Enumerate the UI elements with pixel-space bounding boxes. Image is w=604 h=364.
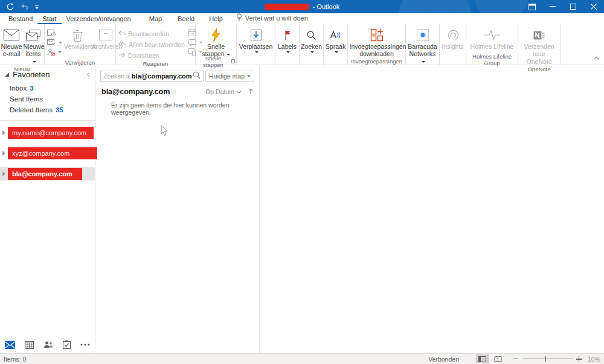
folder-sent-items[interactable]: Sent Items — [0, 94, 95, 104]
barracuda-button[interactable]: Barracuda Networks — [406, 26, 439, 65]
ribbon-group-onenote: Verzenden naar OneNote OneNote — [518, 24, 561, 65]
send-to-onenote-button[interactable]: Verzenden naar OneNote — [519, 26, 559, 65]
insights-button[interactable]: Insights — [440, 26, 466, 50]
account-row-1[interactable]: my.name@company.com — [0, 126, 95, 139]
speech-button[interactable]: Spraak — [324, 26, 347, 53]
account-expand-icon[interactable] — [2, 130, 5, 135]
account-expand-icon[interactable] — [2, 171, 5, 176]
account-row-3[interactable]: bla@company.com — [0, 167, 95, 180]
redacted-profile-name — [265, 4, 309, 10]
maximize-button[interactable] — [563, 0, 583, 13]
quick-access-toolbar — [0, 2, 39, 11]
tab-beeld[interactable]: Beeld — [173, 14, 199, 24]
archive-icon — [99, 27, 112, 43]
reply-all-button[interactable]: Allen beantwoorden — [118, 40, 185, 49]
new-email-button[interactable]: Nieuwe e-mail — [1, 26, 23, 58]
nav-calendar-icon[interactable] — [25, 341, 34, 349]
folder-deleted-items[interactable]: Deleted Items 35 — [0, 104, 95, 115]
zoom-percentage[interactable]: 10% — [588, 356, 600, 363]
new-items-label: Nieuwe items — [24, 43, 45, 57]
zoom-slider-thumb[interactable] — [545, 356, 546, 362]
forward-label: Doorsturen — [128, 52, 159, 59]
outlook-window: - Outlook Bestand Start Verzenden/ontvan… — [0, 0, 604, 364]
nav-mail-icon[interactable] — [5, 341, 15, 349]
account-expand-icon[interactable] — [2, 151, 5, 156]
new-items-icon — [26, 27, 40, 43]
speech-label: Spraak — [326, 43, 345, 50]
get-addins-button[interactable]: Invoegtoepassingen downloaden — [349, 26, 405, 58]
delete-button[interactable]: Verwijderen — [63, 26, 91, 50]
view-normal-button[interactable] — [476, 354, 489, 363]
zoom-in-button[interactable] — [576, 356, 582, 362]
sort-dropdown-icon[interactable] — [236, 88, 242, 95]
connection-status: Verbonden — [428, 356, 459, 363]
reply-button[interactable]: Beantwoorden — [118, 29, 185, 38]
holmes-lifeline-button[interactable]: Holmes Lifeline — [467, 26, 517, 50]
folder-pane: Favorieten Inbox 3 Sent Items Deleted It… — [0, 65, 95, 353]
item-count: Items: 0 — [4, 356, 26, 363]
ribbon-group-reageren: Beantwoorden Allen beantwoorden Doorstur… — [116, 24, 196, 65]
insights-label: Insights — [442, 43, 463, 50]
account-2-name: xyz@company.com — [8, 147, 97, 159]
group-label-holmes: Holmes Lifeline Group — [467, 53, 516, 66]
account-row-2[interactable]: xyz@company.com — [0, 147, 95, 160]
tab-start[interactable]: Start — [37, 14, 61, 24]
reply-all-icon — [118, 41, 126, 48]
tags-button[interactable]: Labels — [276, 26, 299, 53]
nav-more-icon[interactable] — [80, 343, 90, 346]
ribbon-group-barracuda: Barracuda Networks — [406, 24, 440, 65]
sort-by-label[interactable]: Op Datum — [205, 88, 234, 95]
tell-me-box[interactable]: Vertel wat u wilt doen — [236, 13, 308, 24]
lifeline-icon — [484, 27, 501, 43]
nav-people-icon[interactable] — [43, 341, 53, 348]
ribbon-group-verplaatsen: Verplaatsen — [237, 24, 275, 65]
search-scope-dropdown[interactable]: Huidige map — [205, 71, 254, 81]
tab-verzenden-ontvangen[interactable]: Verzenden/ontvangen — [62, 14, 136, 24]
ignore-button[interactable] — [47, 28, 62, 37]
search-icon[interactable] — [193, 71, 201, 81]
favorites-expand-icon[interactable] — [5, 72, 9, 77]
zoom-out-button[interactable] — [513, 359, 518, 360]
favorites-header[interactable]: Favorieten — [0, 65, 95, 83]
dropdown-caret-icon — [335, 51, 338, 53]
folder-pane-minimize-icon[interactable] — [86, 70, 90, 79]
zoom-slider[interactable] — [522, 359, 573, 359]
move-label: Verplaatsen — [239, 43, 272, 50]
ribbon-group-labels: Labels — [275, 24, 300, 65]
send-to-onenote-label: Verzenden naar OneNote — [524, 43, 554, 65]
find-button[interactable]: Zoeken — [300, 26, 323, 53]
close-button[interactable] — [583, 0, 604, 13]
folder-inbox[interactable]: Inbox 3 — [0, 83, 95, 94]
search-input[interactable]: Zoeken ir bla@company.com — [100, 71, 204, 81]
move-button[interactable]: Verplaatsen — [238, 26, 274, 53]
undo-icon[interactable] — [21, 3, 28, 10]
quick-steps-button[interactable]: Snelle stappen — [200, 26, 233, 58]
junk-button[interactable] — [47, 47, 62, 57]
dropdown-caret-icon — [58, 51, 62, 53]
tab-map[interactable]: Map — [144, 14, 167, 24]
holmes-lifeline-label: Holmes Lifeline — [471, 43, 514, 50]
nav-tasks-icon[interactable] — [63, 340, 71, 349]
reply-icon — [118, 30, 126, 37]
send-receive-icon[interactable] — [6, 2, 14, 11]
view-reading-button[interactable] — [492, 354, 505, 363]
tab-help[interactable]: Help — [204, 14, 228, 24]
qat-customize-icon[interactable] — [34, 4, 39, 10]
tab-bestand[interactable]: Bestand — [4, 14, 37, 24]
tell-me-label: Vertel wat u wilt doen — [245, 14, 308, 22]
folder-pane-divider — [0, 120, 95, 121]
collapse-ribbon-icon[interactable] — [594, 51, 599, 62]
reading-pane — [260, 65, 604, 353]
new-items-button[interactable]: Nieuwe items — [23, 26, 44, 65]
dropdown-caret-icon — [59, 42, 62, 43]
ribbon-display-options-button[interactable] — [522, 0, 542, 13]
cleanup-button[interactable] — [47, 37, 62, 47]
move-icon — [250, 27, 262, 43]
minimize-button[interactable] — [542, 0, 563, 13]
deleted-items-label: Deleted Items — [10, 106, 53, 113]
dropdown-caret-icon — [33, 61, 36, 63]
forward-button[interactable]: Doorsturen — [118, 51, 185, 60]
onenote-icon — [533, 27, 545, 43]
dialog-launcher-icon[interactable] — [231, 59, 235, 63]
sort-direction-icon[interactable] — [248, 88, 253, 96]
